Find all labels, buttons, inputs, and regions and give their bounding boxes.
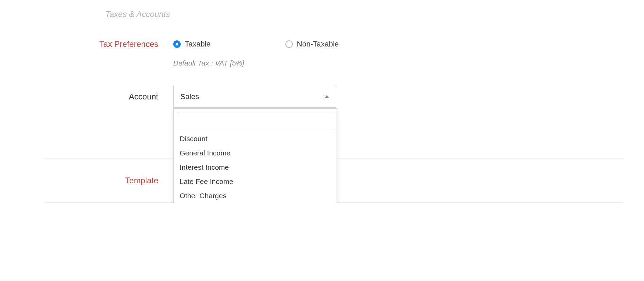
account-label: Account	[44, 92, 173, 101]
dropdown-item-discount[interactable]: Discount	[174, 132, 337, 146]
dropdown-item-late-fee-income[interactable]: Late Fee Income	[174, 174, 337, 189]
default-tax-text: Default Tax : VAT [5%]	[173, 59, 624, 67]
radio-circle-unchecked-icon	[285, 40, 293, 48]
dropdown-search-wrapper	[174, 109, 337, 132]
account-dropdown-list: Discount General Income Interest Income …	[174, 132, 337, 203]
radio-non-taxable[interactable]: Non-Taxable	[285, 40, 339, 49]
dropdown-item-general-income[interactable]: General Income	[174, 146, 337, 160]
account-select[interactable]: Sales	[173, 86, 336, 108]
tax-preferences-row: Tax Preferences Taxable Non-Taxable	[44, 39, 624, 49]
section-heading: Taxes & Accounts	[105, 10, 624, 19]
radio-circle-checked-icon	[173, 40, 181, 48]
dropdown-item-interest-income[interactable]: Interest Income	[174, 160, 337, 174]
account-dropdown: Discount General Income Interest Income …	[173, 108, 337, 203]
radio-non-taxable-label: Non-Taxable	[297, 40, 339, 49]
radio-taxable-label: Taxable	[185, 40, 211, 49]
account-search-input[interactable]	[177, 112, 333, 128]
caret-up-icon	[324, 95, 329, 98]
account-select-value: Sales	[180, 92, 199, 101]
dropdown-item-other-charges[interactable]: Other Charges	[174, 189, 337, 203]
tax-preferences-radio-group: Taxable Non-Taxable	[173, 40, 339, 49]
account-row: Account Sales Discount General Income In…	[44, 86, 624, 108]
radio-taxable[interactable]: Taxable	[173, 40, 211, 49]
template-label: Template	[44, 176, 173, 185]
tax-preferences-label: Tax Preferences	[44, 39, 173, 49]
